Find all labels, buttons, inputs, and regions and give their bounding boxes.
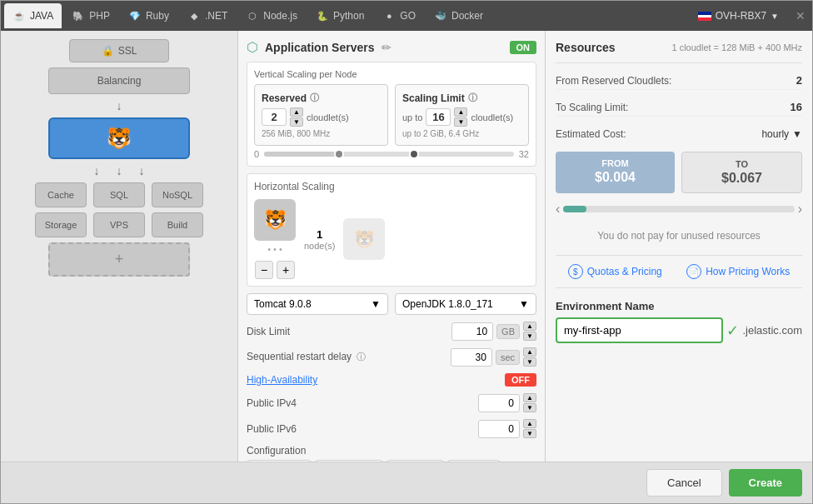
scaling-limit-increment[interactable]: ▲ xyxy=(454,107,467,117)
sql-button[interactable]: SQL xyxy=(93,182,145,207)
nosql-button[interactable]: NoSQL xyxy=(152,182,203,207)
from-price-box: FROM $0.004 xyxy=(556,152,675,193)
ipv4-input[interactable] xyxy=(478,394,520,412)
reserved-value: 2 xyxy=(262,108,287,126)
disk-increment[interactable]: ▲ xyxy=(523,322,536,331)
ipv4-spinner[interactable]: ▲ ▼ xyxy=(523,393,536,412)
to-value: $0.067 xyxy=(689,171,795,186)
restart-spinner[interactable]: ▲ ▼ xyxy=(523,347,536,367)
scaling-limit-decrement[interactable]: ▼ xyxy=(454,117,467,127)
ipv6-row: Public IPv6 ▲ ▼ xyxy=(247,419,536,438)
config-row: Configuration {} Variab... ⬡ Volumes 🔗 L… xyxy=(247,445,536,462)
storage-row: Cache SQL NoSQL xyxy=(35,182,203,207)
restart-delay-input[interactable] xyxy=(451,348,492,367)
ipv6-input[interactable] xyxy=(478,420,520,438)
restart-delay-value: sec ▲ ▼ xyxy=(451,347,536,367)
toggle-on-button[interactable]: ON xyxy=(510,41,537,54)
tab-docker[interactable]: 🐳 Docker xyxy=(426,3,491,28)
tab-ruby[interactable]: 💎 Ruby xyxy=(120,3,177,28)
reserved-info-icon[interactable]: ⓘ xyxy=(310,92,319,104)
how-pricing-works-link[interactable]: 📄 How Pricing Works xyxy=(686,264,790,279)
cache-button[interactable]: Cache xyxy=(35,182,87,207)
disk-unit: GB xyxy=(496,324,520,339)
cost-row: Estimated Cost: hourly ▼ xyxy=(556,125,802,143)
tomcat-dropdown[interactable]: Tomcat 9.0.8 ▼ xyxy=(247,293,388,315)
disk-limit-value: GB ▲ ▼ xyxy=(451,322,536,341)
disk-spinner[interactable]: ▲ ▼ xyxy=(523,322,536,341)
env-name-input[interactable] xyxy=(556,317,723,343)
reserved-decrement[interactable]: ▼ xyxy=(290,117,303,127)
tab-net[interactable]: ◆ .NET xyxy=(179,3,236,28)
app-server-node[interactable]: 🐯 xyxy=(48,117,190,159)
ipv6-spinner[interactable]: ▲ ▼ xyxy=(523,419,536,438)
ipv4-decrement[interactable]: ▼ xyxy=(523,403,536,412)
links-row: $ Quotas & Pricing 📄 How Pricing Works xyxy=(556,264,802,279)
storage-button[interactable]: Storage xyxy=(35,212,87,237)
tab-nodejs[interactable]: ⬡ Node.js xyxy=(237,3,306,28)
ghost-node: 🐯 xyxy=(343,218,385,260)
tab-go[interactable]: ● GO xyxy=(374,3,424,28)
scaling-limit-unit: cloudlet(s) xyxy=(471,112,513,122)
horizontal-scaling-label: Horizontal Scaling xyxy=(254,181,529,192)
restart-decrement[interactable]: ▼ xyxy=(523,357,536,367)
reserved-cloudlets-label: From Reserved Cloudlets: xyxy=(556,75,671,87)
jdk-dropdown[interactable]: OpenJDK 1.8.0_171 ▼ xyxy=(395,293,536,315)
python-icon: 🐍 xyxy=(316,9,329,22)
node-remove-button[interactable]: − xyxy=(255,261,273,279)
region-selector[interactable]: OVH-RBX7 ▼ xyxy=(691,7,786,25)
ipv4-value: ▲ ▼ xyxy=(478,393,536,412)
disk-limit-input[interactable] xyxy=(451,322,493,341)
edit-icon[interactable]: ✏ xyxy=(382,41,392,54)
cost-dropdown[interactable]: hourly ▼ xyxy=(761,128,802,140)
divider-2 xyxy=(556,255,802,256)
reserved-box: Reserved ⓘ 2 ▲ ▼ cloudlet(s) 256 MiB, 80… xyxy=(254,84,388,146)
ha-toggle-button[interactable]: OFF xyxy=(505,373,536,387)
scaling-limit-info-icon[interactable]: ⓘ xyxy=(468,92,477,104)
close-button[interactable]: ✕ xyxy=(792,9,809,22)
restart-increment[interactable]: ▲ xyxy=(523,347,536,357)
reserved-spinner[interactable]: ▲ ▼ xyxy=(290,107,303,127)
ipv4-increment[interactable]: ▲ xyxy=(523,393,536,402)
disk-decrement[interactable]: ▼ xyxy=(523,332,536,341)
slider-thumb-reserved[interactable] xyxy=(334,149,344,159)
dropdown-chevron-icon: ▼ xyxy=(771,12,779,21)
price-slider-prev[interactable]: ‹ xyxy=(556,202,560,217)
restart-delay-info-icon[interactable]: ⓘ xyxy=(357,352,366,362)
quotas-icon: $ xyxy=(568,264,583,279)
section-title: Application Servers xyxy=(265,41,375,54)
price-slider-track[interactable] xyxy=(563,206,794,212)
price-slider-next[interactable]: › xyxy=(798,202,802,217)
ssl-button[interactable]: 🔒 SSL xyxy=(69,39,169,62)
tab-php[interactable]: 🐘 PHP xyxy=(63,3,118,28)
balancing-button[interactable]: Balancing xyxy=(48,67,190,94)
cancel-button[interactable]: Cancel xyxy=(646,469,721,497)
node-add-button[interactable]: + xyxy=(277,261,295,279)
create-button[interactable]: Create xyxy=(729,469,802,497)
build-button[interactable]: Build xyxy=(152,212,203,237)
vps-button[interactable]: VPS xyxy=(93,212,145,237)
ipv6-increment[interactable]: ▲ xyxy=(523,419,536,428)
tab-java[interactable]: ☕ JAVA xyxy=(4,3,62,28)
reserved-increment[interactable]: ▲ xyxy=(290,107,303,117)
disk-limit-row: Disk Limit GB ▲ ▼ xyxy=(247,322,536,341)
ipv6-label: Public IPv6 xyxy=(247,423,471,435)
ruby-icon: 💎 xyxy=(128,9,142,22)
vertical-scaling-label: Vertical Scaling per Node xyxy=(254,69,529,79)
right-panel: Resources 1 cloudlet = 128 MiB + 400 MHz… xyxy=(546,31,812,462)
scaling-limit-spinner[interactable]: ▲ ▼ xyxy=(454,107,467,127)
reserved-cloudlets-value: 2 xyxy=(796,74,802,87)
from-value: $0.004 xyxy=(562,170,668,185)
ipv6-decrement[interactable]: ▼ xyxy=(523,429,536,438)
slider-thumb-limit[interactable] xyxy=(409,149,419,159)
to-label: TO xyxy=(689,159,795,169)
ha-row: High-Availability OFF xyxy=(247,373,536,387)
restart-unit: sec xyxy=(496,350,520,365)
quotas-pricing-link[interactable]: $ Quotas & Pricing xyxy=(568,264,662,279)
scaling-prefix: up to xyxy=(402,112,422,122)
ha-label: High-Availability xyxy=(247,374,498,386)
scaling-slider-track[interactable] xyxy=(264,152,514,157)
tab-python[interactable]: 🐍 Python xyxy=(307,3,372,28)
flag-icon xyxy=(698,12,711,21)
add-layer-button[interactable]: + xyxy=(48,242,190,277)
resources-title: Resources xyxy=(556,41,616,54)
